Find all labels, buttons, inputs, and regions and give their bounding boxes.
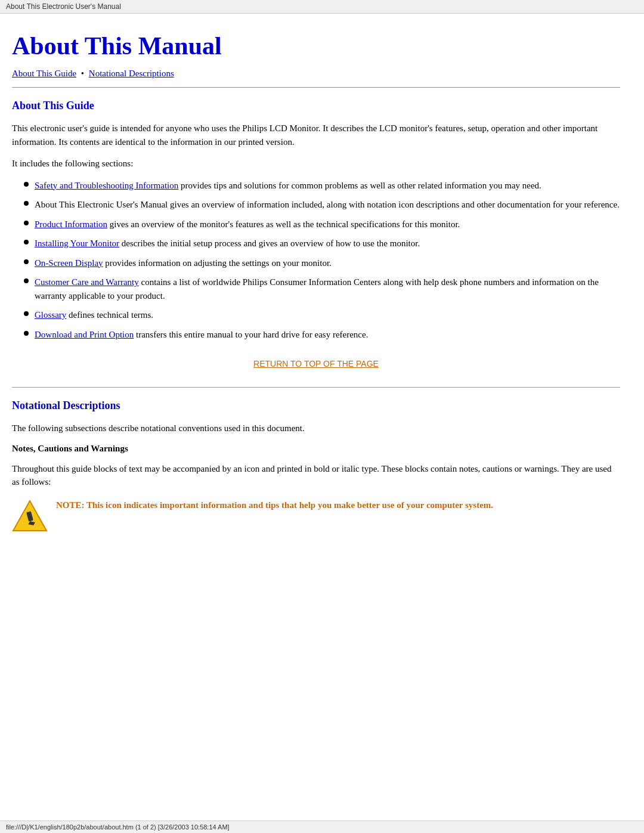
link-safety[interactable]: Safety and Troubleshooting Information [35,181,178,190]
divider-middle [12,387,620,388]
list-item-text: Download and Print Option transfers this… [35,328,368,342]
link-download[interactable]: Download and Print Option [35,330,134,339]
notes-para: Throughout this guide blocks of text may… [12,462,620,489]
page-title: About This Manual [12,32,620,60]
link-glossary[interactable]: Glossary [35,310,66,320]
list-item: Safety and Troubleshooting Information p… [24,179,620,193]
section2-intro: The following subsections describe notat… [12,422,620,435]
tab-title: About This Electronic User's Manual [6,2,121,11]
list-item-text: Glossary defines technical terms. [35,308,153,322]
bullet-icon [24,240,29,244]
list-item: Installing Your Monitor describes the in… [24,237,620,250]
note-warning-icon [12,498,48,534]
list-item: Product Information gives an overview of… [24,218,620,231]
bullet-icon [24,331,29,336]
nav-link-notational[interactable]: Notational Descriptions [89,69,174,78]
main-content: About This Manual About This Guide • Not… [0,14,644,570]
bullet-icon [24,221,29,225]
browser-tab-bar: About This Electronic User's Manual [0,0,644,14]
list-item: About This Electronic User's Manual give… [24,198,620,212]
link-customer-care[interactable]: Customer Care and Warranty [35,277,139,287]
return-to-top: RETURN TO TOP OF THE PAGE [12,359,620,369]
list-item-text: About This Electronic User's Manual give… [35,198,620,212]
note-text: NOTE: This icon indicates important info… [56,498,493,512]
link-product-info[interactable]: Product Information [35,219,107,229]
list-item: Download and Print Option transfers this… [24,328,620,342]
nav-link-about-guide[interactable]: About This Guide [12,69,76,78]
list-item: On-Screen Display provides information o… [24,256,620,270]
footer-url-bar: file:///D|/K1/english/180p2b/about/about… [0,820,644,833]
section-about-guide: About This Guide This electronic user's … [12,100,620,369]
note-block: NOTE: This icon indicates important info… [12,498,620,534]
return-top-link[interactable]: RETURN TO TOP OF THE PAGE [253,359,379,368]
list-item: Glossary defines technical terms. [24,308,620,322]
nav-separator: • [81,69,84,78]
notes-cautions-heading: Notes, Cautions and Warnings [12,444,620,454]
section1-bullet-list: Safety and Troubleshooting Information p… [24,179,620,342]
bullet-icon [24,311,29,316]
list-item-text: Installing Your Monitor describes the in… [35,237,420,250]
list-item: Customer Care and Warranty contains a li… [24,275,620,302]
section1-intro2: It includes the following sections: [12,157,620,171]
section1-heading: About This Guide [12,100,620,112]
list-item-text: On-Screen Display provides information o… [35,256,332,270]
bullet-icon [24,201,29,206]
section2-heading: Notational Descriptions [12,400,620,412]
bullet-icon [24,182,29,187]
list-item-text: Product Information gives an overview of… [35,218,460,231]
footer-url-text: file:///D|/K1/english/180p2b/about/about… [6,823,230,831]
section1-intro1: This electronic user's guide is intended… [12,122,620,148]
link-osd[interactable]: On-Screen Display [35,258,103,268]
list-item-text: Safety and Troubleshooting Information p… [35,179,541,193]
section-notational: Notational Descriptions The following su… [12,400,620,534]
link-installing[interactable]: Installing Your Monitor [35,239,119,248]
divider-top [12,87,620,88]
nav-links: About This Guide • Notational Descriptio… [12,69,620,79]
bullet-icon [24,278,29,283]
bullet-icon [24,259,29,264]
list-item-text: Customer Care and Warranty contains a li… [35,275,620,302]
